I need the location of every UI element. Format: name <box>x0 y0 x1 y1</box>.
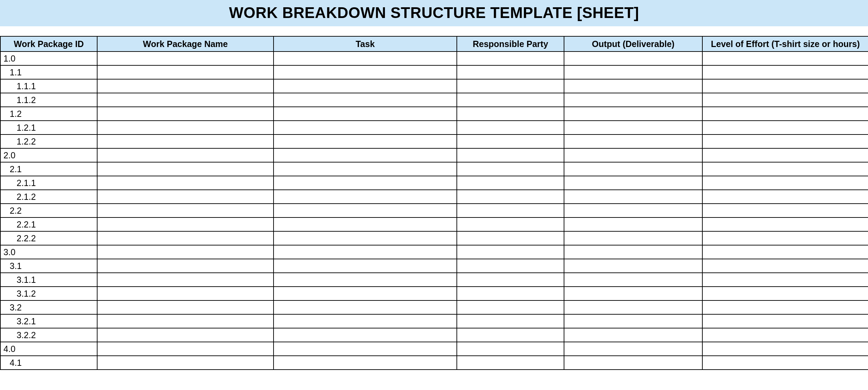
cell-effort[interactable] <box>702 259 868 273</box>
cell-name[interactable] <box>97 245 274 259</box>
cell-effort[interactable] <box>702 328 868 342</box>
cell-name[interactable] <box>97 121 274 134</box>
cell-party[interactable] <box>457 273 564 287</box>
cell-task[interactable] <box>274 93 457 107</box>
cell-name[interactable] <box>97 162 274 176</box>
cell-effort[interactable] <box>702 176 868 190</box>
cell-task[interactable] <box>274 245 457 259</box>
cell-party[interactable] <box>457 356 564 370</box>
cell-id[interactable]: 1.2.2 <box>0 134 97 148</box>
cell-output[interactable] <box>564 314 702 328</box>
cell-party[interactable] <box>457 93 564 107</box>
cell-task[interactable] <box>274 107 457 121</box>
cell-party[interactable] <box>457 287 564 300</box>
cell-party[interactable] <box>457 300 564 314</box>
cell-effort[interactable] <box>702 52 868 65</box>
cell-task[interactable] <box>274 259 457 273</box>
cell-name[interactable] <box>97 93 274 107</box>
cell-id[interactable]: 1.2.1 <box>0 121 97 134</box>
cell-task[interactable] <box>274 273 457 287</box>
cell-name[interactable] <box>97 217 274 231</box>
cell-output[interactable] <box>564 245 702 259</box>
cell-effort[interactable] <box>702 107 868 121</box>
cell-task[interactable] <box>274 176 457 190</box>
cell-id[interactable]: 2.2.2 <box>0 231 97 245</box>
cell-output[interactable] <box>564 93 702 107</box>
cell-party[interactable] <box>457 148 564 162</box>
cell-name[interactable] <box>97 176 274 190</box>
cell-effort[interactable] <box>702 217 868 231</box>
cell-output[interactable] <box>564 162 702 176</box>
cell-effort[interactable] <box>702 314 868 328</box>
cell-id[interactable]: 2.1 <box>0 162 97 176</box>
cell-output[interactable] <box>564 134 702 148</box>
cell-effort[interactable] <box>702 300 868 314</box>
cell-id[interactable]: 3.1.1 <box>0 273 97 287</box>
cell-name[interactable] <box>97 273 274 287</box>
cell-party[interactable] <box>457 314 564 328</box>
cell-effort[interactable] <box>702 245 868 259</box>
cell-task[interactable] <box>274 217 457 231</box>
cell-effort[interactable] <box>702 79 868 93</box>
cell-output[interactable] <box>564 190 702 204</box>
cell-name[interactable] <box>97 259 274 273</box>
cell-output[interactable] <box>564 273 702 287</box>
cell-task[interactable] <box>274 328 457 342</box>
cell-id[interactable]: 1.2 <box>0 107 97 121</box>
cell-task[interactable] <box>274 204 457 217</box>
cell-effort[interactable] <box>702 162 868 176</box>
cell-id[interactable]: 1.1 <box>0 65 97 79</box>
cell-name[interactable] <box>97 65 274 79</box>
cell-id[interactable]: 3.2 <box>0 300 97 314</box>
cell-output[interactable] <box>564 231 702 245</box>
cell-id[interactable]: 2.1.2 <box>0 190 97 204</box>
cell-id[interactable]: 3.2.1 <box>0 314 97 328</box>
cell-effort[interactable] <box>702 342 868 356</box>
cell-name[interactable] <box>97 204 274 217</box>
cell-party[interactable] <box>457 217 564 231</box>
cell-output[interactable] <box>564 52 702 65</box>
cell-party[interactable] <box>457 107 564 121</box>
cell-id[interactable]: 3.1.2 <box>0 287 97 300</box>
cell-output[interactable] <box>564 176 702 190</box>
cell-id[interactable]: 2.2 <box>0 204 97 217</box>
cell-output[interactable] <box>564 204 702 217</box>
cell-output[interactable] <box>564 217 702 231</box>
cell-task[interactable] <box>274 231 457 245</box>
cell-output[interactable] <box>564 300 702 314</box>
cell-party[interactable] <box>457 162 564 176</box>
cell-effort[interactable] <box>702 231 868 245</box>
cell-task[interactable] <box>274 52 457 65</box>
cell-name[interactable] <box>97 79 274 93</box>
cell-id[interactable]: 3.2.2 <box>0 328 97 342</box>
cell-task[interactable] <box>274 300 457 314</box>
cell-output[interactable] <box>564 148 702 162</box>
cell-name[interactable] <box>97 300 274 314</box>
cell-effort[interactable] <box>702 121 868 134</box>
cell-party[interactable] <box>457 204 564 217</box>
cell-name[interactable] <box>97 328 274 342</box>
cell-effort[interactable] <box>702 93 868 107</box>
cell-effort[interactable] <box>702 287 868 300</box>
cell-task[interactable] <box>274 65 457 79</box>
cell-effort[interactable] <box>702 356 868 370</box>
cell-party[interactable] <box>457 231 564 245</box>
cell-output[interactable] <box>564 287 702 300</box>
cell-party[interactable] <box>457 121 564 134</box>
cell-output[interactable] <box>564 342 702 356</box>
cell-output[interactable] <box>564 107 702 121</box>
cell-name[interactable] <box>97 52 274 65</box>
cell-effort[interactable] <box>702 273 868 287</box>
cell-id[interactable]: 4.0 <box>0 342 97 356</box>
cell-party[interactable] <box>457 328 564 342</box>
cell-party[interactable] <box>457 134 564 148</box>
cell-id[interactable]: 3.0 <box>0 245 97 259</box>
cell-name[interactable] <box>97 287 274 300</box>
cell-party[interactable] <box>457 65 564 79</box>
cell-id[interactable]: 1.0 <box>0 52 97 65</box>
cell-id[interactable]: 2.2.1 <box>0 217 97 231</box>
cell-id[interactable]: 2.1.1 <box>0 176 97 190</box>
cell-output[interactable] <box>564 65 702 79</box>
cell-task[interactable] <box>274 121 457 134</box>
cell-output[interactable] <box>564 356 702 370</box>
